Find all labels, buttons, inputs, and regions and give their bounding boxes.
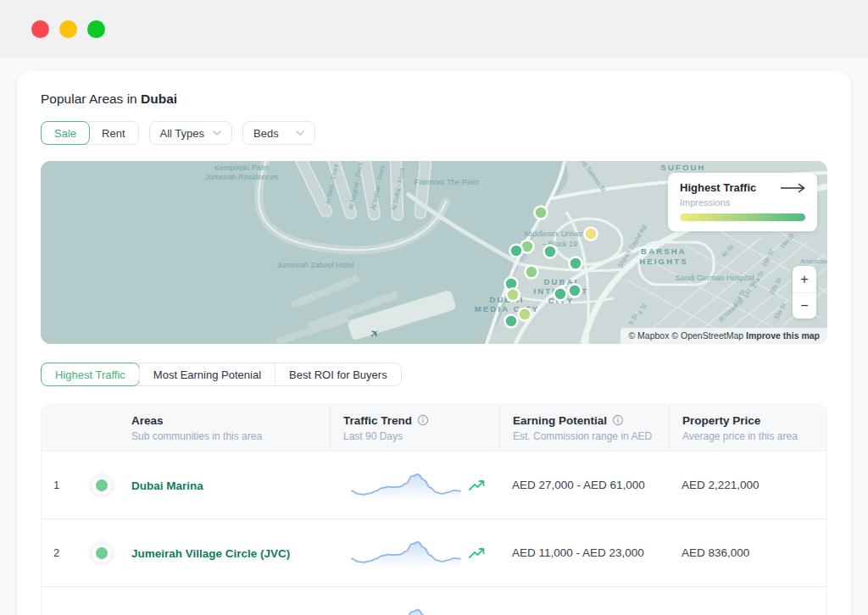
arrow-right-icon: [780, 183, 805, 193]
row-rank: 2: [42, 546, 89, 559]
areas-table: Areas Sub communities in this area Traff…: [41, 404, 827, 615]
legend-subtitle: Impressions: [680, 197, 805, 208]
map-marker[interactable]: [526, 266, 538, 279]
map-label: SUFOUH: [660, 163, 705, 172]
column-earning-potential: Earning Potential: [513, 414, 669, 427]
page-title-city: Dubai: [141, 91, 177, 106]
map-marker[interactable]: [510, 245, 523, 258]
traffic-sparkline: [350, 539, 462, 568]
map-marker[interactable]: [569, 285, 581, 297]
table-row[interactable]: 2 Jumeirah Village Circle (JVC) AED 11,0…: [42, 518, 826, 586]
map-marker[interactable]: [507, 289, 520, 302]
window-minimize-button[interactable]: [59, 20, 77, 38]
ranking-tabs: Highest Traffic Most Earning Potenial Be…: [41, 363, 402, 386]
map-marker[interactable]: [570, 258, 582, 270]
map-zoom-control: + −: [793, 266, 816, 319]
mapbox-attribution-link[interactable]: © Mapbox: [628, 330, 671, 341]
table-row[interactable]: [42, 586, 826, 615]
map-canvas[interactable]: Kempinski PalmJumeirah ResidencesFairmon…: [41, 161, 827, 344]
row-rank: 1: [42, 479, 89, 491]
map-label: Jumeirah Residences: [205, 173, 279, 181]
trend-up-icon: [469, 546, 486, 560]
map-legend: Highest Traffic Impressions: [668, 173, 817, 231]
tab-best-roi-buyers[interactable]: Best ROI for Buyers: [275, 363, 401, 385]
tab-most-earning-potential[interactable]: Most Earning Potenial: [139, 363, 275, 385]
area-link[interactable]: Dubai Marina: [131, 479, 203, 492]
map-label: HEIGHTS: [639, 257, 688, 266]
zoom-out-button[interactable]: −: [793, 292, 816, 319]
beds-dropdown[interactable]: Beds: [242, 121, 315, 145]
window-titlebar: [0, 0, 868, 58]
column-price-subtitle: Average price in this area: [682, 430, 826, 442]
column-traffic-trend: Traffic Trend: [343, 414, 499, 427]
map-marker[interactable]: [554, 288, 567, 301]
average-price: AED 836,000: [669, 546, 826, 559]
map-marker[interactable]: [535, 207, 548, 219]
traffic-sparkline: [350, 607, 462, 615]
property-type-dropdown[interactable]: All Types: [149, 121, 233, 145]
map-marker[interactable]: [585, 228, 598, 241]
chevron-down-icon: [296, 130, 304, 136]
improve-map-link[interactable]: Improve this map: [746, 330, 820, 341]
map-label: Saudi German Hospital: [675, 274, 754, 282]
info-icon[interactable]: [612, 414, 624, 426]
zoom-in-button[interactable]: +: [793, 266, 816, 292]
filter-rent-button[interactable]: Rent: [89, 122, 137, 144]
map-label: Kempinski Palm: [214, 163, 270, 172]
map-marker[interactable]: [544, 246, 557, 258]
column-areas: Areas: [131, 414, 330, 427]
legend-title: Highest Traffic: [680, 181, 756, 194]
area-marker-dot: [96, 547, 108, 559]
window-close-button[interactable]: [31, 20, 49, 38]
table-row[interactable]: 1 Dubai Marina AED 27,000 - AED 61,000 A…: [42, 451, 826, 518]
column-areas-subtitle: Sub communities in this area: [131, 430, 330, 442]
chevron-down-icon: [213, 130, 221, 136]
map-marker[interactable]: [505, 315, 518, 328]
property-type-value: All Types: [160, 127, 205, 140]
map-label: Jumeirah Zabeel Hotel: [277, 261, 354, 269]
earning-range: AED 11,000 - AED 23,000: [499, 546, 669, 559]
map-attribution: © Mapbox © OpenStreetMap Improve this ma…: [620, 328, 827, 344]
column-traffic-subtitle: Last 90 Days: [343, 430, 499, 442]
column-property-price: Property Price: [682, 414, 826, 427]
area-marker-dot: [96, 479, 108, 491]
popular-areas-card: Popular Areas in Dubai Sale Rent All Typ…: [17, 71, 851, 615]
filters-bar: Sale Rent All Types Beds: [41, 121, 827, 145]
info-icon[interactable]: [417, 414, 429, 426]
page-title-prefix: Popular Areas in: [41, 91, 141, 106]
sale-rent-toggle: Sale Rent: [41, 121, 139, 145]
filter-sale-button[interactable]: Sale: [41, 121, 90, 145]
trend-up-icon: [469, 479, 486, 492]
osm-attribution-link[interactable]: © OpenStreetMap: [671, 330, 746, 341]
average-price: AED 2,221,000: [669, 479, 826, 491]
area-link[interactable]: Jumeirah Village Circle (JVC): [131, 547, 290, 560]
beds-value: Beds: [253, 127, 279, 140]
table-header: Areas Sub communities in this area Traff…: [42, 405, 826, 451]
map-label: American: [800, 258, 827, 265]
traffic-sparkline: [350, 471, 462, 500]
earning-range: AED 27,000 - AED 61,000: [499, 479, 669, 491]
window-maximize-button[interactable]: [87, 20, 105, 38]
column-earning-subtitle: Est. Commission range in AED: [513, 430, 669, 442]
legend-gradient: [680, 213, 805, 221]
map-label: Fairmont The Palm: [415, 178, 479, 186]
map-marker[interactable]: [519, 308, 531, 321]
map-label: BARSHA: [641, 247, 687, 256]
tab-highest-traffic[interactable]: Highest Traffic: [41, 363, 140, 386]
page-title: Popular Areas in Dubai: [41, 91, 827, 108]
